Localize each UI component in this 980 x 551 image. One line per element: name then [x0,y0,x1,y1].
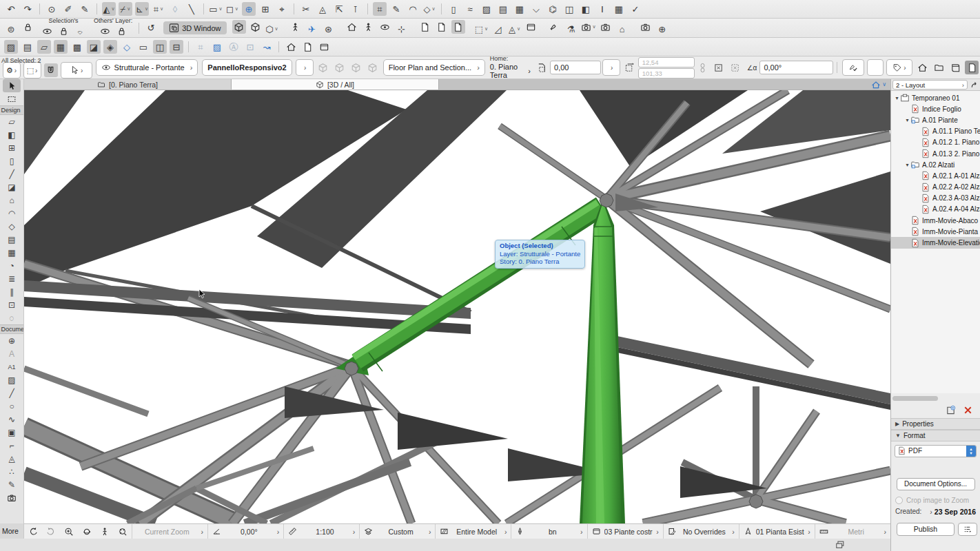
roof-tool[interactable]: ⌂ [3,194,21,207]
elevation-input[interactable]: 0,00 [550,61,601,74]
camera-tool[interactable] [3,491,21,504]
format-stepper[interactable]: ▲▼ [966,446,976,457]
new-page-icon[interactable] [435,20,449,34]
favorite-selector[interactable]: PannelloResponsivo2 [202,59,292,76]
pick-up-parameters-icon[interactable]: ✐ [61,2,75,16]
brush-icon[interactable] [548,20,562,34]
arrow-tool[interactable] [3,79,21,92]
elevation-tool[interactable]: ◬ [3,452,21,465]
zoom-selection-icon[interactable]: ◬ [316,2,329,16]
mesh-wave-icon[interactable]: ≈ [463,2,477,16]
pages-filter-icon[interactable]: ◫ [153,40,167,54]
mesh-tool[interactable]: ▤ [3,233,21,246]
crop-checkbox[interactable] [895,497,903,504]
elevation-popup-button[interactable]: › [602,59,620,76]
tree-item-a024[interactable]: A.02.4 A-04 Alzato Ov [891,204,980,215]
tree-item-imm-elevation[interactable]: Imm-Movie-Elevation [891,237,980,248]
tree-item-temporaneo[interactable]: ▾Temporaneo 01 [891,92,980,103]
bottombar-model-filter[interactable]: Entire Model› [435,524,511,539]
node-edit-icon[interactable]: ⌗ [373,2,387,16]
selection-show-icon[interactable] [40,25,54,39]
navigator-publisher-icon[interactable] [965,61,979,74]
tree-disclosure-icon[interactable]: ▾ [904,117,910,123]
navigator-project-map-icon[interactable] [915,61,929,74]
bottombar-pen-set[interactable]: bn› [511,524,586,539]
grid-snap-icon[interactable]: ⌗∨ [152,2,165,16]
orbit-icon[interactable] [78,524,96,539]
tree-item-a022[interactable]: A.02.2 A-02 Alzato Est [891,182,980,193]
worksheet-tool[interactable]: ✎ [3,478,21,491]
coordinate-y-input[interactable]: 101,33 [638,68,695,79]
3d-window-button[interactable]: 3D Window [163,21,226,34]
walk-icon[interactable] [289,20,303,34]
scissors-icon[interactable]: ✂ [299,2,313,16]
orbit-icon[interactable]: ✈ [305,22,319,36]
tree-item-imm-abaco[interactable]: Imm-Movie-Abaco [891,215,980,226]
quick-options-button[interactable]: › [886,59,912,76]
created-value-group[interactable]: › 23 Sep 2016 [930,508,976,516]
gear-house-icon[interactable]: ⌂ [615,22,629,36]
undo-icon[interactable]: ↶ [4,2,18,16]
delete-icon[interactable] [963,405,973,415]
tab-floor-plan[interactable]: [0. Piano Terra] [24,79,232,90]
marquee-options-icon[interactable]: ▭∨ [209,2,223,16]
arrow-tool-button[interactable]: › [61,62,92,79]
freehand-icon[interactable]: ✎ [389,2,403,16]
lock-pair-icon[interactable] [21,20,34,34]
renovation-extra-button[interactable] [867,59,884,76]
pivot-icon[interactable]: ⊹ [395,22,409,36]
figure-tool[interactable]: ▣ [3,426,21,439]
view-settings-selector[interactable]: Floor Plan and Section... › [383,59,485,76]
mesh-stack-icon[interactable]: ▦ [513,2,527,16]
tree-item-indice[interactable]: Indice Foglio [891,103,980,114]
quick-model-view-button[interactable]: ∨ [867,79,890,90]
back-icon[interactable] [24,524,42,539]
toolbox-more-button[interactable]: More [0,523,24,539]
tree-disclosure-icon[interactable]: ▾ [904,162,910,168]
select-similar-icon[interactable]: ⊙ [45,2,59,16]
text-tool[interactable]: A [3,347,21,360]
layer-filter-6-icon[interactable]: ◪ [87,40,101,54]
tag-filter-icon[interactable]: ⊟ [170,40,183,54]
film-camera-icon[interactable] [639,20,653,34]
tree-item-a011[interactable]: A.01.1 Piano Terra [891,126,980,137]
bottombar-graphic-overrides[interactable]: No Overrides› [663,524,739,539]
cascade-windows-icon[interactable] [835,540,845,550]
others-lock-icon[interactable] [114,25,128,39]
column-tool-icon[interactable]: ▯ [447,2,460,16]
slab-tool[interactable]: ◪ [3,180,21,194]
morph-tool[interactable]: ◇ [3,220,21,233]
tree-disclosure-icon[interactable]: ▾ [894,95,900,101]
format-section-header[interactable]: ▼ Format [891,430,980,441]
coordinate-x-input[interactable]: 12,54 [638,57,695,67]
fill-tool[interactable]: ▨ [3,373,21,386]
link-icon[interactable] [696,61,710,74]
navigator-mode-select[interactable]: 2 - Layout › [892,80,968,90]
stair-tool[interactable]: ≣ [3,272,21,285]
transfer-icon[interactable] [317,40,331,54]
layer-filter-3-icon[interactable]: ▱ [37,40,51,54]
3d-viewport[interactable]: Object (Selected) Layer: Strutturale - P… [24,90,890,523]
window-tool[interactable]: ⊞ [3,141,21,154]
publish-button[interactable]: Publish [897,523,955,536]
selection-settings-button[interactable]: ⬚› [23,62,41,79]
tree-item-a023[interactable]: A.02.3 A-03 Alzato Su [891,193,980,204]
hotspot-tool[interactable]: ∴ [3,465,21,478]
editing-plane-icon[interactable]: ◊ [168,2,182,16]
fly-icon[interactable]: ↝ [260,40,274,54]
automation-icon[interactable]: ⊕ [242,2,256,16]
publish-options-button[interactable] [958,523,977,536]
drag-icon[interactable]: ⇱ [332,2,346,16]
snap-points-icon[interactable]: ⊾∨ [135,2,149,16]
axonometry-icon[interactable] [249,20,263,34]
copy-page-icon[interactable] [418,20,432,34]
object-tool[interactable]: ⊡ [3,298,21,311]
layer-filter-1-icon[interactable]: ▨ [4,40,18,54]
others-show-icon[interactable] [98,25,112,39]
door-tool[interactable]: ◧ [3,128,21,141]
split-icon[interactable]: ╲ [185,2,198,16]
3d-cutaway-icon[interactable] [378,20,392,34]
marquee-3d-icon[interactable]: ⬚∨ [475,22,489,36]
magnet-toggle[interactable] [44,63,58,77]
schedule-icon[interactable]: ▦ [612,2,626,16]
